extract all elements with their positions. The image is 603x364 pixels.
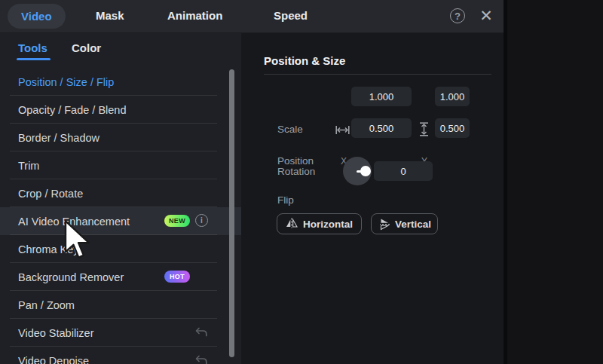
flip-label: Flip xyxy=(277,194,294,206)
sidebar-item-video-stabilizer[interactable]: Video Stabilizer xyxy=(0,319,241,347)
tab-animation[interactable]: Animation xyxy=(167,9,222,22)
tab-video-label: Video xyxy=(21,10,52,23)
position-label: Position xyxy=(277,155,314,167)
sidebar-tabs: Tools Color xyxy=(0,33,241,65)
scale-height-icon xyxy=(419,122,429,139)
sidebar-item-chroma-key[interactable]: Chroma Key xyxy=(0,235,241,263)
reset-icon[interactable] xyxy=(194,354,208,364)
scale-height-input[interactable] xyxy=(435,87,470,106)
top-tab-bar: Video Mask Animation Speed ? ✕ xyxy=(0,0,504,33)
hot-badge: HOT xyxy=(164,271,190,283)
sidebar-scrollbar[interactable] xyxy=(229,69,234,357)
preview-area xyxy=(504,0,603,364)
flip-horizontal-button[interactable]: Horizontal xyxy=(277,213,362,234)
scale-width-icon xyxy=(335,124,350,138)
position-y-input[interactable] xyxy=(435,118,470,138)
tab-color[interactable]: Color xyxy=(72,41,101,54)
rotation-knob-handle[interactable] xyxy=(360,166,371,176)
sidebar-item-trim[interactable]: Trim xyxy=(0,151,241,179)
reset-icon[interactable] xyxy=(194,326,208,338)
position-x-input[interactable] xyxy=(351,118,412,138)
sidebar-item-ai-video-enhancement[interactable]: AI Video Enhancement NEW i xyxy=(0,207,241,235)
scale-label: Scale xyxy=(277,124,303,135)
close-icon[interactable]: ✕ xyxy=(477,6,495,26)
scale-width-input[interactable] xyxy=(351,87,412,106)
panel-title: Position & Size xyxy=(264,54,345,67)
flip-horizontal-label: Horizontal xyxy=(303,219,353,230)
title-divider xyxy=(264,74,491,75)
tab-mask[interactable]: Mask xyxy=(96,9,124,22)
flip-horizontal-icon xyxy=(286,218,298,231)
flip-vertical-icon xyxy=(377,218,390,230)
sidebar-item-pan-zoom[interactable]: Pan / Zoom xyxy=(0,291,241,319)
sidebar-item-crop-rotate[interactable]: Crop / Rotate xyxy=(0,179,241,207)
sidebar-item-position-size-flip[interactable]: Position / Size / Flip xyxy=(0,68,241,96)
tab-video[interactable]: Video xyxy=(8,4,66,29)
rotation-label: Rotation xyxy=(277,166,315,177)
position-size-panel: Position & Size Scale xyxy=(241,33,504,364)
info-icon[interactable]: i xyxy=(195,214,208,227)
sidebar-item-video-denoise[interactable]: Video Denoise xyxy=(0,347,241,364)
rotation-knob[interactable] xyxy=(343,157,372,185)
sidebar-item-background-remover[interactable]: Background Remover HOT xyxy=(0,263,241,291)
tab-tools[interactable]: Tools xyxy=(18,41,47,54)
active-tab-underline xyxy=(17,58,51,60)
flip-vertical-label: Vertical xyxy=(395,219,431,230)
rotation-input[interactable] xyxy=(374,161,433,181)
app-window: Video Mask Animation Speed ? ✕ Tools Col… xyxy=(0,0,603,364)
sidebar-item-opacity-fade-blend[interactable]: Opacity / Fade / Blend xyxy=(0,96,241,124)
flip-vertical-button[interactable]: Vertical xyxy=(371,213,438,234)
tab-speed[interactable]: Speed xyxy=(274,9,308,22)
sidebar-item-border-shadow[interactable]: Border / Shadow xyxy=(0,124,241,151)
new-badge: NEW xyxy=(164,215,190,227)
tools-list: Position / Size / Flip Opacity / Fade / … xyxy=(0,68,241,364)
help-icon[interactable]: ? xyxy=(450,8,465,23)
sidebar: Tools Color Position / Size / Flip Opaci… xyxy=(0,33,241,364)
clip-settings-panel: Video Mask Animation Speed ? ✕ Tools Col… xyxy=(0,0,504,364)
